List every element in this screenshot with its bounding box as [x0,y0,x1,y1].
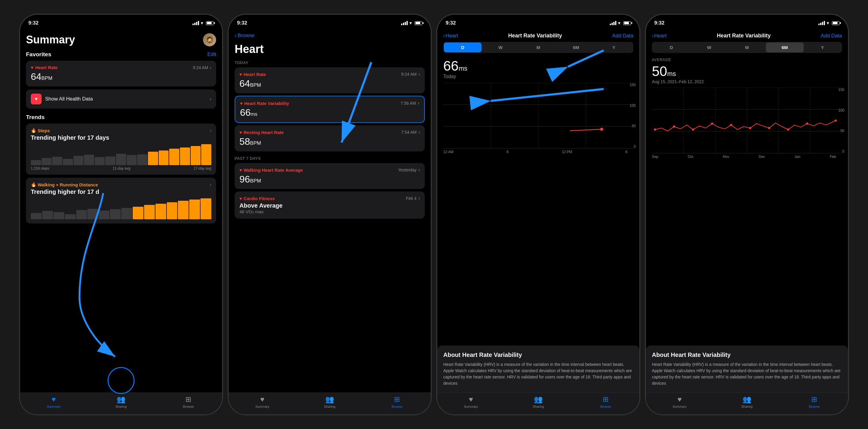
avatar[interactable]: 🧔 [203,33,216,46]
browse-circle-highlight [107,367,134,394]
status-icons-4: ▾ [818,21,840,25]
tab-browse-2[interactable]: ⊞ Browse [364,395,431,408]
distance-desc: Trending higher for 17 d [31,189,211,195]
distance-trend-card[interactable]: 🔥 Walking + Running Distance › Trending … [26,178,216,224]
time-6m-3[interactable]: 6M [557,42,595,52]
summary-title: Summary [26,33,75,46]
wifi-icon-4: ▾ [827,21,829,25]
svg-point-30 [835,120,837,122]
time-y-4[interactable]: Y [804,42,841,52]
show-all-card[interactable]: ♥ Show All Health Data › [26,89,216,109]
svg-point-21 [654,128,656,131]
tab-sharing-4[interactable]: 👥 Sharing [713,395,780,408]
tab-sharing-2[interactable]: 👥 Sharing [296,395,363,408]
hrv-value-3: 66 [443,58,459,74]
back-button-4[interactable]: ‹ Heart [652,33,666,39]
tab-browse-3[interactable]: ⊞ Browse [572,395,639,408]
time-d-3[interactable]: D [444,42,482,52]
resting-value: 58 [240,136,250,147]
status-icons-1: ▾ [192,21,214,25]
heart-rate-card-2[interactable]: ♥ Heart Rate 9:24 AM › 64BPM [235,67,425,93]
tab-bar-4: ♥ Summary 👥 Sharing ⊞ Browse [646,393,848,414]
tab-summary-icon-4: ♥ [678,395,682,404]
heart-rate-label: ♥ Heart Rate [31,65,58,70]
tab-browse-4[interactable]: ⊞ Browse [781,395,848,408]
tab-sharing-icon-3: 👥 [534,395,543,404]
walking-hr-card[interactable]: ♥ Walking Heart Rate Average Yesterday ›… [235,163,425,189]
tab-sharing-label-1: Sharing [115,405,127,408]
back-chevron-3: ‹ [443,33,445,39]
steps-trend-card[interactable]: 🔥 Steps › Trending higher for 17 days 6,… [26,123,216,175]
time-6m-4[interactable]: 6M [766,42,803,52]
tab-summary-label-2: Summary [255,405,269,408]
distance-chevron: › [210,182,211,187]
cardio-card[interactable]: ♥ Cardio Fitness Feb 4 › Above Average 4… [235,192,425,219]
heart-rate-chevron-2: › [418,72,420,77]
tab-sharing-3[interactable]: 👥 Sharing [504,395,572,408]
back-label-4: Heart [654,33,667,39]
tab-summary-icon-1: ♥ [52,395,56,404]
x-labels-3: 12 AM 6 12 PM 6 [443,150,633,154]
hrv-card-2[interactable]: ♥ Heart Rate Variability 7:56 AM › 66ms [235,96,425,123]
show-all-icon: ♥ [31,94,41,105]
hrv-date-3: Today [443,74,633,79]
phone-2: 9:32 ▾ [228,14,431,415]
tab-bar-1: ♥ Summary 👥 Sharing ⊞ Browse [20,393,222,414]
steps-low-label: 1,319 steps [31,166,49,171]
p3-content: ‹ Heart Heart Rate Variability Add Data … [437,30,639,414]
steps-high-value: 6,476 [203,144,211,148]
tab-summary-1[interactable]: ♥ Summary [20,395,87,408]
svg-point-25 [730,124,732,126]
tab-summary-label-1: Summary [46,405,61,408]
wifi-icon-3: ▾ [618,21,620,25]
time-y-3[interactable]: Y [595,42,633,52]
add-data-btn-3[interactable]: Add Data [612,33,633,39]
phones-container: 9:32 ▾ Summary [20,14,848,415]
p4-page-title: Heart Rate Variability [717,33,771,39]
back-button-3[interactable]: ‹ Heart [443,33,458,39]
tab-summary-4[interactable]: ♥ Summary [646,395,713,408]
resting-hr-card[interactable]: ♥ Resting Heart Rate 7:54 AM › 58BPM [235,125,425,151]
chevron-icon: › [210,65,211,70]
time-w-4[interactable]: W [690,42,728,52]
show-all-text: Show All Health Data [45,96,206,102]
steps-label: 🔥 Steps [31,128,50,133]
add-data-btn-4[interactable]: Add Data [821,33,842,39]
favorites-label: Favorites [26,51,51,58]
heart-rate-name-2: ♥ Heart Rate [240,72,266,77]
edit-button[interactable]: Edit [208,52,216,57]
steps-desc: Trending higher for 17 days [31,134,211,141]
tab-sharing-1[interactable]: 👥 Sharing [87,395,155,408]
signal-icon-3 [610,21,616,25]
tab-sharing-label-2: Sharing [324,405,335,408]
time-d-4[interactable]: D [652,42,690,52]
show-all-chevron: › [210,96,211,102]
battery-icon-2 [414,21,422,25]
back-chevron-4: ‹ [652,33,654,39]
tab-sharing-icon-2: 👥 [325,395,334,404]
tab-browse-1[interactable]: ⊞ Browse [155,395,222,408]
tab-summary-label-4: Summary [673,405,687,408]
back-chevron-2: ‹ [235,33,237,38]
time-m-4[interactable]: M [728,42,766,52]
signal-icon-2 [401,21,408,25]
hrv-unit-2: ms [251,111,258,117]
hrv-chevron-2: › [418,101,420,106]
time-w-3[interactable]: W [482,42,519,52]
tab-bar-2: ♥ Summary 👥 Sharing ⊞ Browse [229,393,431,414]
heart-rate-card[interactable]: ♥ Heart Rate 9:24 AM › 64BPM [26,61,216,86]
tab-summary-label-3: Summary [464,405,478,408]
time-1: 9:32 [28,20,38,26]
back-button-2[interactable]: ‹ Browse [235,33,254,38]
time-4: 9:32 [654,20,664,26]
tab-summary-3[interactable]: ♥ Summary [437,395,504,408]
p3-page-title: Heart Rate Variability [508,33,562,39]
phone-1: 9:32 ▾ Summary [20,14,223,415]
p3-nav: ‹ Heart Heart Rate Variability Add Data [437,30,639,42]
time-selector-3: D W M 6M Y [443,42,633,53]
tab-summary-2[interactable]: ♥ Summary [229,395,296,408]
time-m-3[interactable]: M [520,42,557,52]
hrv-time-2: 7:56 AM [401,101,416,106]
chart-area-4: AVERAGE 50ms Aug 15, 2021–Feb 12, 2022 [646,53,848,346]
svg-point-24 [711,123,713,125]
